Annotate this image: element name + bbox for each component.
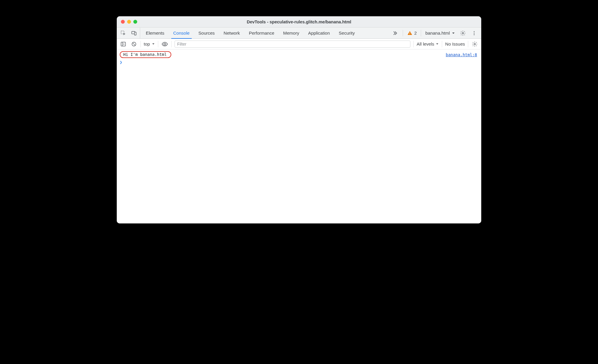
titlebar: DevTools - speculative-rules.glitch.me/b… <box>117 16 481 28</box>
window-controls <box>117 20 137 24</box>
tab-network[interactable]: Network <box>219 28 244 38</box>
divider <box>403 30 403 36</box>
svg-rect-9 <box>121 42 126 46</box>
clear-console-icon[interactable] <box>130 41 137 48</box>
divider <box>158 41 158 47</box>
log-message: Hi I'm banana.html <box>120 51 171 58</box>
maximize-window-button[interactable] <box>133 20 137 24</box>
issues-label: No Issues <box>445 41 465 46</box>
kebab-menu-icon[interactable] <box>471 30 478 37</box>
svg-rect-4 <box>410 34 410 34</box>
svg-point-8 <box>474 34 475 35</box>
issues-button[interactable]: No Issues <box>445 41 465 46</box>
divider <box>140 41 141 47</box>
divider <box>442 41 442 47</box>
tab-label: Console <box>173 30 190 36</box>
tab-label: Network <box>224 30 240 36</box>
tab-security[interactable]: Security <box>334 28 359 38</box>
warnings-indicator[interactable]: 2 <box>407 30 417 36</box>
window-title: DevTools - speculative-rules.glitch.me/b… <box>117 20 481 24</box>
log-levels-dropdown[interactable]: All levels <box>417 41 439 46</box>
live-expression-icon[interactable] <box>161 41 168 48</box>
minimize-window-button[interactable] <box>127 20 131 24</box>
page-context-dropdown[interactable]: banana.html <box>425 30 455 36</box>
svg-point-5 <box>462 32 464 34</box>
context-label: banana.html <box>425 30 450 36</box>
tab-label: Memory <box>283 30 299 36</box>
tab-memory[interactable]: Memory <box>279 28 304 38</box>
execution-context-select[interactable]: top <box>144 41 155 46</box>
device-toolbar-icon[interactable] <box>130 30 137 37</box>
more-tabs-icon[interactable] <box>391 30 399 37</box>
svg-point-6 <box>474 31 475 32</box>
svg-rect-3 <box>410 32 410 33</box>
svg-rect-2 <box>135 32 136 35</box>
tab-label: Elements <box>146 30 164 36</box>
close-window-button[interactable] <box>121 20 125 24</box>
divider <box>171 41 172 47</box>
log-source-link[interactable]: banana.html:8 <box>446 52 477 57</box>
svg-point-13 <box>164 43 166 45</box>
context-value: top <box>144 41 150 46</box>
panel-tabs-bar: Elements Console Sources Network Perform… <box>117 28 481 39</box>
settings-icon[interactable] <box>459 30 466 37</box>
console-toolbar: top All levels No Issues <box>117 39 481 49</box>
toggle-sidebar-icon[interactable] <box>120 41 127 48</box>
tab-sources[interactable]: Sources <box>194 28 219 38</box>
tab-label: Security <box>339 30 355 36</box>
chevron-down-icon <box>152 42 155 46</box>
divider <box>421 30 421 36</box>
chevron-down-icon <box>436 42 439 46</box>
console-settings-icon[interactable] <box>471 41 478 48</box>
tab-label: Performance <box>249 30 274 36</box>
tab-performance[interactable]: Performance <box>244 28 279 38</box>
svg-point-14 <box>474 43 476 45</box>
tab-elements[interactable]: Elements <box>141 28 169 38</box>
svg-point-7 <box>474 33 475 33</box>
warning-icon <box>407 30 412 36</box>
tab-console[interactable]: Console <box>169 28 194 38</box>
filter-input[interactable] <box>175 41 410 48</box>
svg-line-12 <box>132 43 135 46</box>
console-output: Hi I'm banana.html banana.html:8 ❯ <box>117 49 481 223</box>
divider <box>468 41 468 47</box>
log-row: Hi I'm banana.html banana.html:8 <box>117 51 481 59</box>
tab-label: Application <box>308 30 330 36</box>
tab-label: Sources <box>199 30 215 36</box>
divider <box>413 41 414 47</box>
levels-label: All levels <box>417 41 434 46</box>
prompt-caret-icon: ❯ <box>120 60 122 65</box>
inspect-element-icon[interactable] <box>120 30 127 37</box>
console-prompt[interactable]: ❯ <box>117 59 481 66</box>
devtools-window: DevTools - speculative-rules.glitch.me/b… <box>117 16 481 223</box>
warning-count-text: 2 <box>414 30 417 36</box>
tab-application[interactable]: Application <box>304 28 334 38</box>
chevron-down-icon <box>452 31 455 35</box>
